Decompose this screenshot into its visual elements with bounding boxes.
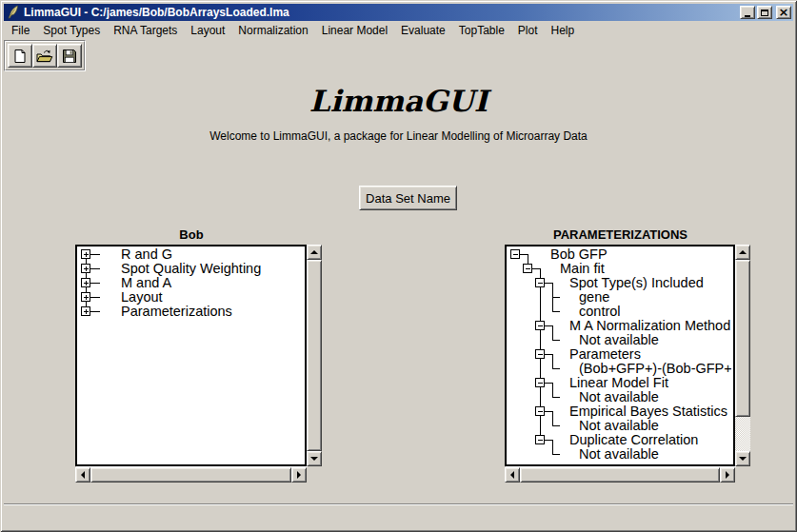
arrow-left-icon xyxy=(510,471,514,479)
limmagui-window: LimmaGUI - C:/james/Bob/BobArraysLoaded.… xyxy=(0,0,797,532)
right-tree-header: PARAMETERIZATIONS xyxy=(505,227,736,242)
save-file-button[interactable] xyxy=(57,44,82,68)
tree-expand-box[interactable] xyxy=(82,307,90,316)
scroll-down-button[interactable] xyxy=(307,451,322,466)
tree-node-label[interactable]: Empirical Bayes Statistics xyxy=(569,404,727,419)
scroll-thumb[interactable] xyxy=(90,467,291,483)
tree-node-label[interactable]: Main fit xyxy=(560,261,605,276)
arrow-right-icon xyxy=(297,471,301,479)
scroll-track[interactable] xyxy=(520,467,720,483)
open-folder-icon xyxy=(36,49,53,64)
parameterizations-tree[interactable]: Bob GFPMain fitSpot Type(s) Includedgene… xyxy=(505,245,735,466)
scroll-left-button[interactable] xyxy=(75,467,90,483)
tree-node-label[interactable]: Not available xyxy=(579,418,659,433)
menu-item-rna-targets[interactable]: RNA Targets xyxy=(107,23,184,38)
menu-item-spot-types[interactable]: Spot Types xyxy=(36,23,107,38)
tree-node-label[interactable]: Duplicate Correlation xyxy=(569,432,698,447)
tree-collapse-box[interactable] xyxy=(536,407,545,416)
tree-node-label[interactable]: Parameters xyxy=(569,346,641,362)
scroll-left-button[interactable] xyxy=(505,467,520,483)
tree-node-label[interactable]: Spot Quality Weighting xyxy=(121,261,261,276)
new-document-icon xyxy=(12,49,28,64)
save-floppy-icon xyxy=(62,49,77,64)
tree-collapse-box[interactable] xyxy=(536,379,545,387)
menu-item-toptable[interactable]: TopTable xyxy=(452,23,511,38)
right-tree-hscrollbar[interactable] xyxy=(505,467,735,483)
scroll-right-button[interactable] xyxy=(720,467,735,483)
tree-node-label[interactable]: Layout xyxy=(121,289,163,305)
tree-node-label[interactable]: Bob GFP xyxy=(550,246,608,262)
scroll-up-button[interactable] xyxy=(735,245,750,260)
minimize-button[interactable] xyxy=(740,6,755,19)
dataset-tree[interactable]: R and GSpot Quality WeightingM and ALayo… xyxy=(75,245,307,466)
tree-node-label[interactable]: (Bob+GFP+)-(Bob-GFP+) xyxy=(579,361,731,376)
tree-expand-box[interactable] xyxy=(82,250,90,259)
arrow-up-icon xyxy=(739,250,747,254)
tree-node-label[interactable]: control xyxy=(579,304,621,319)
scroll-up-button[interactable] xyxy=(307,245,322,260)
arrow-up-icon xyxy=(310,250,318,254)
tree-node-label[interactable]: Not available xyxy=(579,389,659,404)
tree-node-label[interactable]: M A Normalization Method xyxy=(569,318,730,333)
tree-expand-box[interactable] xyxy=(82,265,90,273)
tree-collapse-box[interactable] xyxy=(511,250,520,259)
arrow-right-icon xyxy=(726,471,729,479)
menu-item-help[interactable]: Help xyxy=(545,23,582,38)
toolbar xyxy=(4,40,86,71)
minimize-icon xyxy=(745,15,750,17)
tree-node-label[interactable]: gene xyxy=(579,289,609,305)
tree-collapse-box[interactable] xyxy=(536,350,545,359)
scroll-thumb[interactable] xyxy=(735,260,750,417)
tk-feather-icon xyxy=(6,5,21,20)
left-tree-hscrollbar[interactable] xyxy=(75,467,307,483)
menu-item-linear-model[interactable]: Linear Model xyxy=(315,23,394,38)
tree-node-label[interactable]: Not available xyxy=(579,332,659,347)
scroll-down-button[interactable] xyxy=(735,451,750,466)
left-tree-vscrollbar[interactable] xyxy=(307,245,322,466)
menu-item-layout[interactable]: Layout xyxy=(184,23,231,38)
tree-node-label[interactable]: Spot Type(s) Included xyxy=(569,275,704,290)
tree-node-label[interactable]: R and G xyxy=(121,246,172,262)
close-button[interactable]: × xyxy=(776,6,791,19)
menu-item-evaluate[interactable]: Evaluate xyxy=(394,23,452,38)
maximize-button[interactable] xyxy=(757,6,772,19)
arrow-down-icon xyxy=(739,457,747,461)
scroll-right-button[interactable] xyxy=(291,467,307,483)
new-file-button[interactable] xyxy=(8,44,32,68)
tree-node-label[interactable]: M and A xyxy=(121,275,172,290)
scroll-track[interactable] xyxy=(307,260,322,451)
title-bar[interactable]: LimmaGUI - C:/james/Bob/BobArraysLoaded.… xyxy=(4,4,793,21)
window-controls: × xyxy=(740,6,793,19)
welcome-text: Welcome to LimmaGUI, a package for Linea… xyxy=(0,129,797,143)
open-file-button[interactable] xyxy=(32,44,57,68)
menu-bar: FileSpot TypesRNA TargetsLayoutNormaliza… xyxy=(4,22,793,39)
arrow-down-icon xyxy=(310,457,318,461)
menu-item-file[interactable]: File xyxy=(5,23,36,38)
right-tree-vscrollbar[interactable] xyxy=(735,245,750,466)
data-set-name-button[interactable]: Data Set Name xyxy=(359,186,457,210)
left-tree-header: Bob xyxy=(75,227,308,242)
tree-collapse-box[interactable] xyxy=(536,322,545,330)
toolbar-frame xyxy=(5,41,85,70)
tree-node-label[interactable]: Parameterizations xyxy=(121,304,232,319)
tree-collapse-box[interactable] xyxy=(536,279,545,287)
scroll-track[interactable] xyxy=(90,467,291,483)
tree-expand-box[interactable] xyxy=(82,279,90,287)
scroll-track[interactable] xyxy=(735,260,750,451)
scroll-thumb[interactable] xyxy=(307,260,322,451)
window-title: LimmaGUI - C:/james/Bob/BobArraysLoaded.… xyxy=(24,4,289,21)
arrow-left-icon xyxy=(81,471,85,479)
bottom-separator xyxy=(4,503,793,505)
close-icon: × xyxy=(779,8,789,17)
menu-item-plot[interactable]: Plot xyxy=(511,23,545,38)
maximize-icon xyxy=(761,10,768,16)
menu-item-normalization[interactable]: Normalization xyxy=(231,23,314,38)
tree-node-label[interactable]: Not available xyxy=(579,446,659,462)
tree-node-label[interactable]: Linear Model Fit xyxy=(569,375,668,390)
scroll-thumb[interactable] xyxy=(520,467,720,483)
tree-collapse-box[interactable] xyxy=(536,436,545,444)
tree-collapse-box[interactable] xyxy=(524,265,532,273)
page-title: LimmaGUI xyxy=(0,84,797,118)
tree-expand-box[interactable] xyxy=(82,293,90,302)
